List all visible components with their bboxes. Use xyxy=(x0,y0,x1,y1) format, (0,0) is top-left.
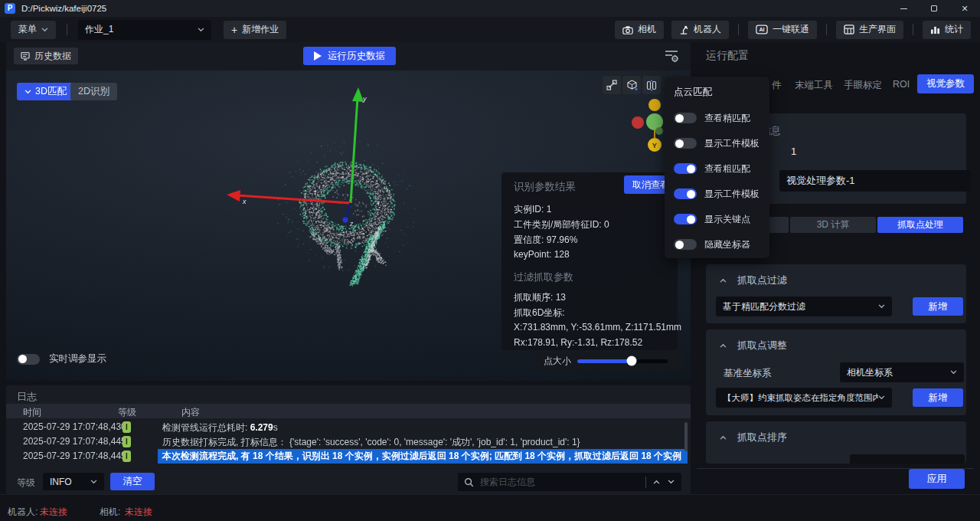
point-size-slider[interactable] xyxy=(577,359,668,363)
log-level-badge: I xyxy=(122,451,131,462)
tab-hand-eye[interactable]: 手眼标定 xyxy=(844,79,882,92)
run-history-button[interactable]: 运行历史数据 xyxy=(303,47,396,65)
clear-log-button[interactable]: 清空 xyxy=(110,473,155,490)
chevron-down-icon xyxy=(878,304,885,309)
history-data-chip[interactable]: 历史数据 xyxy=(14,48,78,64)
gizmo-y-label: Y xyxy=(652,141,658,149)
chevron-down-icon[interactable] xyxy=(667,480,675,484)
compare-view-button[interactable] xyxy=(642,76,661,94)
cloud-match-title: 点云匹配 xyxy=(674,87,712,97)
production-ui-button[interactable]: 生产界面 xyxy=(836,21,903,39)
tab-roi[interactable]: ROI xyxy=(893,79,910,90)
menu-button[interactable]: 菜单 xyxy=(11,21,56,39)
title-bar: P D:/Pickwiz/kafeiji0725 ✕ xyxy=(0,0,980,17)
adjust-add-button[interactable]: 新增 xyxy=(913,388,963,407)
grab-adjust-title: 抓取点调整 xyxy=(737,339,787,352)
seg-3d-compute[interactable]: 3D 计算 xyxy=(790,217,876,233)
chevron-up-icon[interactable] xyxy=(652,480,661,484)
view-fine-match-toggle[interactable] xyxy=(674,113,697,123)
minimize-button[interactable] xyxy=(888,0,919,17)
history-icon xyxy=(21,51,30,61)
menu-bar: 菜单 作业_1 + 新增作业 相机 机器人 AI 一键联通 生产界面 统计 xyxy=(0,17,980,42)
toggle-row: 显示关键点 xyxy=(674,211,750,227)
log-scrollbar[interactable] xyxy=(684,422,688,451)
plus-icon: + xyxy=(231,26,237,34)
production-label: 生产界面 xyxy=(859,23,896,36)
show-template-fine-toggle[interactable] xyxy=(674,138,697,149)
view-cube-button[interactable] xyxy=(622,76,641,94)
col-time: 时间 xyxy=(23,406,41,419)
production-grid-icon xyxy=(844,25,854,34)
result-panel-title: 识别参数结果 xyxy=(514,181,576,192)
view-fine-match-label: 查看精匹配 xyxy=(704,112,750,125)
chevron-down-icon xyxy=(90,480,97,484)
col-level: 等级 xyxy=(118,406,136,419)
show-keypoints-label: 显示关键点 xyxy=(704,213,750,226)
camera-status-value: 未连接 xyxy=(125,506,152,519)
job-select[interactable]: 作业_1 xyxy=(78,20,211,40)
display-settings-button[interactable] xyxy=(663,48,680,64)
tab-end-tool[interactable]: 末端工具 xyxy=(795,79,833,92)
maximize-button[interactable] xyxy=(919,0,949,17)
divider xyxy=(738,24,739,35)
tab-end-tool-label: 末端工具 xyxy=(795,80,833,90)
chevron-down-icon xyxy=(878,395,885,400)
camera-button[interactable]: 相机 xyxy=(615,21,664,39)
cancel-view-label: 取消查看 xyxy=(632,179,669,192)
base-frame-select[interactable]: 相机坐标系 xyxy=(840,362,964,382)
realtime-display-toggle[interactable] xyxy=(17,354,40,365)
show-template-coarse-toggle[interactable] xyxy=(674,188,697,199)
view-coarse-match-toggle[interactable] xyxy=(674,163,697,174)
viewport-3d[interactable]: y x z 3D匹配 2D识别 Y xyxy=(6,70,691,381)
ai-icon: AI xyxy=(756,25,768,34)
show-keypoints-toggle[interactable] xyxy=(674,214,697,224)
grab-xyz: X:731.83mm, Y:-53.61mm, Z:1171.51mm xyxy=(514,322,681,333)
hide-gizmo-toggle[interactable] xyxy=(674,239,697,250)
seg-grab-process[interactable]: 抓取点处理 xyxy=(877,217,963,233)
chevron-down-icon xyxy=(950,370,957,375)
split-view-icon xyxy=(646,80,657,91)
log-search-input[interactable] xyxy=(480,477,639,487)
tab-2d-recognition[interactable]: 2D识别 xyxy=(70,83,117,100)
tab-3d-match[interactable]: 3D匹配 xyxy=(17,83,74,100)
robot-status-value: 未连接 xyxy=(40,506,67,519)
measure-tool-button[interactable] xyxy=(603,76,621,94)
view-coarse-match-label: 查看粗匹配 xyxy=(704,162,750,175)
toggle-row: 查看粗匹配 xyxy=(674,161,750,176)
window-title: D:/Pickwiz/kafeiji0725 xyxy=(21,4,106,13)
robot-button[interactable]: 机器人 xyxy=(671,21,729,39)
run-config-title: 运行配置 xyxy=(706,49,749,63)
add-job-button[interactable]: + 新增作业 xyxy=(224,21,286,39)
log-row[interactable]: 2025-07-29 17:07:48,445 I 历史数据打标完成, 打标信息… xyxy=(6,434,691,449)
log-row[interactable]: 2025-07-29 17:07:48,430 I 检测管线运行总耗时: 6.2… xyxy=(6,420,691,434)
log-time: 2025-07-29 17:07:48,445 xyxy=(23,436,126,447)
robot-icon xyxy=(679,25,689,34)
sort-rule-select-partial[interactable] xyxy=(850,454,965,464)
tab-vision-params-label: 视觉参数 xyxy=(926,78,965,89)
add-job-label: 新增作业 xyxy=(242,23,279,36)
measure-icon xyxy=(606,80,617,90)
app-logo: P xyxy=(5,3,15,14)
log-level-select[interactable]: INFO xyxy=(43,473,104,490)
one-click-connect-button[interactable]: AI 一键联通 xyxy=(748,21,817,39)
filter-rule-select[interactable]: 基于精匹配分数过滤 xyxy=(716,297,892,316)
grab-filter-card: 抓取点过滤 基于精匹配分数过滤 新增 xyxy=(706,264,966,323)
grab-filter-header[interactable]: 抓取点过滤 xyxy=(720,274,787,287)
stats-button[interactable]: 统计 xyxy=(923,21,971,39)
tab-vision-params[interactable]: 视觉参数 xyxy=(917,74,974,93)
log-panel: 日志 时间 等级 内容 2025-07-29 17:07:48,430 I 检测… xyxy=(6,385,691,494)
close-button[interactable]: ✕ xyxy=(949,0,980,17)
vision-param-value: 视觉处理参数-1 xyxy=(786,174,855,188)
apply-button[interactable]: 应用 xyxy=(909,469,965,489)
filter-add-button[interactable]: 新增 xyxy=(913,297,963,316)
grab-adjust-header[interactable]: 抓取点调整 xyxy=(720,339,787,352)
grab-sort-header[interactable]: 抓取点排序 xyxy=(720,431,787,444)
log-row-selected[interactable]: 2025-07-29 17:07:48,445 I 本次检测流程完成, 有 18… xyxy=(6,449,691,464)
adjust-rule-select[interactable]: 【大师】约束抓取姿态在指定角度范围内 xyxy=(716,388,892,408)
gizmo-ball-yellow xyxy=(648,99,661,111)
vision-param-input[interactable]: 视觉处理参数-1 xyxy=(779,170,971,192)
tab-partial[interactable]: 件 xyxy=(772,79,782,92)
play-icon xyxy=(314,51,322,61)
close-icon: ✕ xyxy=(961,4,968,14)
slider-knob[interactable] xyxy=(626,356,636,366)
